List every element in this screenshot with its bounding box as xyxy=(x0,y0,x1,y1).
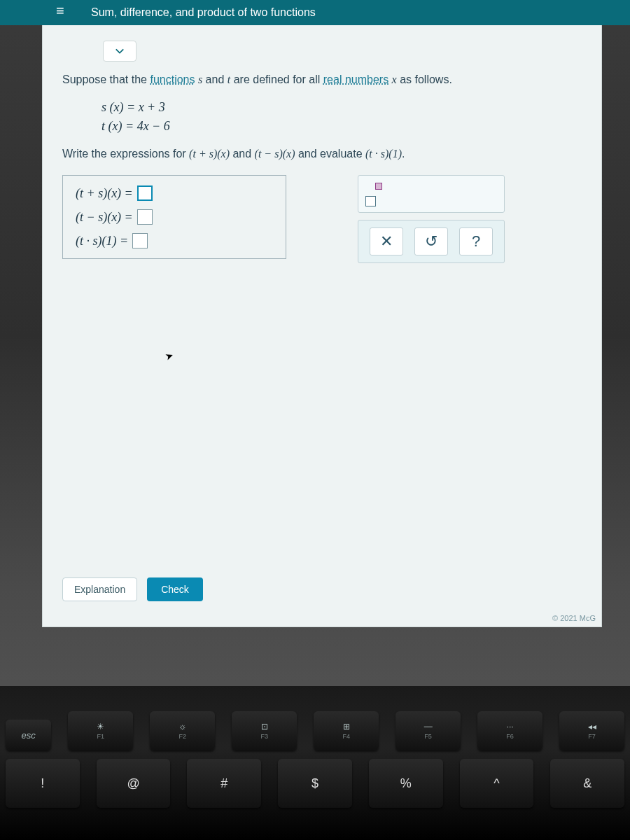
answer-label-3: (t · s)(1) = xyxy=(76,234,128,248)
exponent-sup-icon xyxy=(375,183,382,190)
answer-line-3: (t · s)(1) = xyxy=(76,233,273,248)
key-f7: ◂◂F7 xyxy=(559,711,624,750)
launchpad-icon: ⊞ xyxy=(343,722,350,732)
key-f6: ···F6 xyxy=(477,711,542,750)
help-button[interactable]: ? xyxy=(459,227,493,255)
exponent-tool-row xyxy=(358,175,505,213)
equation-s: s (x) = x + 3 xyxy=(102,98,582,117)
answer-line-2: (t − s)(x) = xyxy=(76,209,273,225)
check-button[interactable]: Check xyxy=(147,578,203,601)
answer-input-2[interactable] xyxy=(137,209,153,225)
exponent-button[interactable] xyxy=(365,181,392,206)
submit-row: Explanation Check xyxy=(62,578,203,601)
explanation-button[interactable]: Explanation xyxy=(62,578,137,601)
keyboard-fn-row: esc ☀F1 ☼F2 ⊡F3 ⊞F4 —F5 ···F6 ◂◂F7 xyxy=(0,707,630,755)
answer-line-1: (t + s)(x) = xyxy=(76,186,273,201)
text: as follows. xyxy=(397,74,452,85)
answer-label-1: (t + s)(x) = xyxy=(76,186,133,201)
key-2: @ xyxy=(97,759,171,808)
key-4: $ xyxy=(278,759,352,808)
problem-instruction: Write the expressions for (t + s)(x) and… xyxy=(62,146,582,162)
key-6: ^ xyxy=(460,759,534,808)
f6-icon: ··· xyxy=(507,722,514,732)
answer-input-3[interactable] xyxy=(132,233,148,248)
collapse-toggle[interactable] xyxy=(103,41,136,62)
mission-control-icon: ⊡ xyxy=(261,722,268,732)
f5-icon: — xyxy=(424,722,433,732)
answer-area: (t + s)(x) = (t − s)(x) = (t · s)(1) = xyxy=(62,175,582,263)
link-real-numbers[interactable]: real numbers xyxy=(323,74,388,85)
exponent-base-icon xyxy=(365,196,376,206)
copyright-text: © 2021 McG xyxy=(552,614,596,622)
chevron-down-icon xyxy=(115,46,125,56)
text: and xyxy=(202,74,227,85)
text: and evaluate xyxy=(295,148,365,160)
action-tool-row: ✕ ↺ ? xyxy=(358,220,505,263)
key-1: ! xyxy=(6,759,80,808)
var-x: x xyxy=(392,74,397,85)
answer-input-1[interactable] xyxy=(137,186,153,201)
expr-tps: (t + s)(x) xyxy=(189,148,230,160)
expr-ts1: (t · s)(1) xyxy=(365,148,402,160)
page-header: ≡ Sum, difference, and product of two fu… xyxy=(0,0,630,25)
key-f2: ☼F2 xyxy=(150,711,215,750)
key-f1: ☀F1 xyxy=(68,711,133,750)
text: . xyxy=(402,148,405,160)
key-f3: ⊡F3 xyxy=(232,711,297,750)
equation-t: t (x) = 4x − 6 xyxy=(102,117,582,136)
physical-keyboard: esc ☀F1 ☼F2 ⊡F3 ⊞F4 —F5 ···F6 ◂◂F7 ! @ #… xyxy=(0,686,630,840)
expr-tms: (t − s)(x) xyxy=(255,148,295,160)
key-f4: ⊞F4 xyxy=(314,711,379,750)
brightness-up-icon: ☼ xyxy=(178,722,186,732)
page-title: Sum, difference, and product of two func… xyxy=(91,6,316,19)
text: Suppose that the xyxy=(62,74,150,85)
problem-intro: Suppose that the functions s and t are d… xyxy=(62,71,582,88)
text: are defined for all xyxy=(230,74,323,85)
key-esc: esc xyxy=(6,720,51,750)
help-icon: ? xyxy=(472,232,480,251)
keyboard-num-row: ! @ # $ % ^ & xyxy=(0,755,630,812)
redo-button[interactable]: ↺ xyxy=(414,227,448,255)
brightness-down-icon: ☀ xyxy=(97,722,104,732)
given-equations: s (x) = x + 3 t (x) = 4x − 6 xyxy=(102,98,582,136)
rewind-icon: ◂◂ xyxy=(588,722,596,732)
redo-icon: ↺ xyxy=(425,232,438,251)
x-icon: ✕ xyxy=(380,232,393,251)
answer-label-2: (t − s)(x) = xyxy=(76,210,133,225)
key-f5: —F5 xyxy=(396,711,461,750)
link-functions[interactable]: functions xyxy=(150,74,195,85)
key-3: # xyxy=(187,759,261,808)
math-tool-panel: ✕ ↺ ? xyxy=(358,175,505,263)
key-7: & xyxy=(550,759,624,808)
clear-button[interactable]: ✕ xyxy=(370,227,403,255)
key-5: % xyxy=(369,759,443,808)
text: Write the expressions for xyxy=(62,148,189,160)
text: and xyxy=(230,148,255,160)
menu-icon[interactable]: ≡ xyxy=(56,3,64,19)
answer-box: (t + s)(x) = (t − s)(x) = (t · s)(1) = xyxy=(62,175,286,259)
problem-card: Suppose that the functions s and t are d… xyxy=(42,25,602,627)
